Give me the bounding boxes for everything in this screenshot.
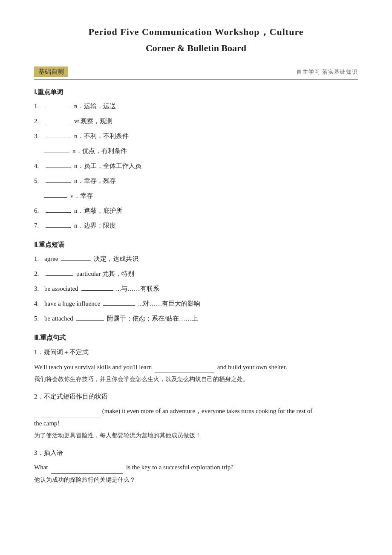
sub3-sentence: What is the key to a successful explorat… [34,461,358,474]
list-item: 7. n．边界；限度 [34,220,358,231]
list-item: 1. agree 决定，达成共识 [34,253,358,265]
blank-5b [44,197,67,198]
blank-1 [46,108,71,108]
section-header: 基础自测 自主学习 落实基础知识 [34,66,358,80]
sub2-sentence: (make) it even more of an adventure，ever… [34,405,358,417]
list-item: 3. be associated ...与……有联系 [34,283,358,295]
blank-3b [44,153,69,153]
main-title: Period Five Communication Workshop，Cultu… [34,26,358,38]
part2-block: Ⅱ.重点短语 1. agree 决定，达成共识 2. particular 尤其… [34,241,358,324]
blank-p2-3 [81,290,113,291]
blank-4 [46,168,71,168]
sub-title: Corner & Bulletin Board [34,43,358,54]
sub2-translation: 为了使活动更具冒险性，每人都要轮流为营地的其他成员做饭！ [34,430,358,442]
sub2-label: 2．不定式短语作目的状语 [34,390,358,403]
sub3-translation: 他认为成功的探险旅行的关键是什么？ [34,474,358,486]
list-item: 2. vt.观察，观测 [34,116,358,127]
list-item: 5. n．幸存，残存 [34,175,358,187]
sub1-translation: 我们将会教你生存技巧，并且你会学会怎么生火，以及怎么构筑自己的栖身之处。 [34,374,358,385]
blank-p2-5 [76,320,104,321]
blank-6 [46,212,71,213]
part1-block: Ⅰ.重点单词 1. n．运输，运送 2. vt.观察，观测 3. n．不利，不利… [34,88,358,231]
list-item: 4. have a huge influence ...对……有巨大的影响 [34,298,358,309]
blank-5a [46,182,71,183]
blank-7 [46,227,71,228]
part1-title: Ⅰ.重点单词 [34,88,358,96]
sentence-block-1: 1．疑问词＋不定式 We'll teach you survival skill… [34,346,358,385]
sentence-block-3: 3．插入语 What is the key to a successful ex… [34,447,358,486]
sub1-sentence: We'll teach you survival skills and you'… [34,361,358,373]
list-item: n．优点，有利条件 [34,145,358,157]
blank-3 [46,138,71,138]
blank-p3-1 [155,373,214,373]
list-item: 6. n．遮蔽，庇护所 [34,205,358,217]
sub1-label: 1．疑问词＋不定式 [34,346,358,358]
blank-p3-3 [51,473,123,474]
sub3-label: 3．插入语 [34,447,358,459]
list-item: 1. n．运输，运送 [34,101,358,112]
blank-p2-1 [61,260,91,261]
section-right-text: 自主学习 落实基础知识 [297,68,358,76]
list-item: 2. particular 尤其，特别 [34,268,358,280]
blank-2 [46,123,71,123]
part3-title: Ⅲ.重点句式 [34,334,358,342]
blank-p2-4 [103,305,135,306]
list-item: 4. n．员工，全体工作人员 [34,160,358,172]
part2-title: Ⅱ.重点短语 [34,241,358,249]
list-item: v．幸存 [34,190,358,202]
section-badge: 基础自测 [34,66,68,77]
list-item: 5. be attached 附属于；依恋；系在/贴在……上 [34,313,358,324]
part3-block: Ⅲ.重点句式 1．疑问词＋不定式 We'll teach you surviva… [34,334,358,486]
list-item: 3. n．不利，不利条件 [34,130,358,142]
blank-p2-2 [46,275,73,276]
sentence-block-2: 2．不定式短语作目的状语 (make) it even more of an a… [34,390,358,442]
